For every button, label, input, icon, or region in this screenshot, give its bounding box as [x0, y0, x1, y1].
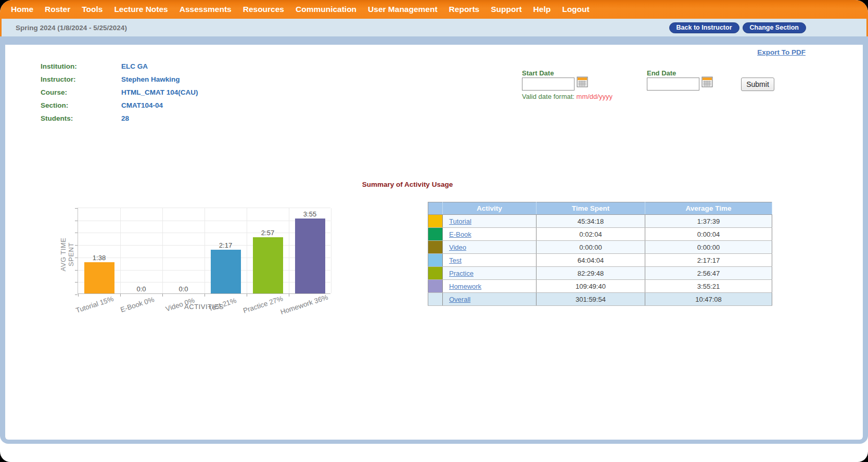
cell-activity: Tutorial [443, 215, 537, 228]
swatch-column-header [428, 202, 443, 215]
chart-gridline [331, 208, 331, 293]
chart-y-tick [75, 258, 78, 258]
start-date-input[interactable] [522, 78, 575, 91]
color-swatch [428, 241, 442, 253]
cell-average-time: 0:00:00 [645, 241, 772, 254]
column-header-average-time: Average Time [645, 202, 772, 215]
info-value-section: CMAT104-04 [121, 101, 198, 109]
export-to-pdf-link[interactable]: Export To PDF [757, 48, 806, 56]
chart-y-tick [75, 282, 78, 283]
cell-average-time: 2:56:47 [645, 267, 772, 280]
table-row: Tutorial45:34:181:37:39 [428, 215, 772, 228]
chart-gridline [247, 208, 247, 293]
cell-activity: Video [443, 241, 537, 254]
cell-time-spent: 301:59:54 [537, 293, 645, 306]
chart-x-tick [78, 294, 79, 297]
info-value-institution: ELC GA [121, 62, 198, 70]
info-value-students: 28 [121, 114, 198, 122]
color-swatch [428, 228, 442, 240]
activity-link-e-book[interactable]: E-Book [449, 230, 471, 238]
activity-link-video[interactable]: Video [449, 243, 466, 251]
info-label-students: Students: [41, 114, 121, 122]
cell-average-time: 2:17:17 [645, 254, 772, 267]
chart-x-tick [120, 294, 121, 297]
cell-time-spent: 64:04:04 [537, 254, 645, 267]
chart-y-tick [75, 221, 78, 221]
category-label-homework: Homework 36% [279, 293, 328, 316]
end-date-input[interactable] [647, 78, 699, 91]
legend-swatch-video [428, 241, 443, 254]
nav-item-communication[interactable]: Communication [290, 5, 362, 14]
legend-swatch-practice [428, 267, 443, 280]
chart-x-tick [247, 294, 247, 297]
chart-gridline [120, 208, 121, 293]
nav-item-home[interactable]: Home [5, 5, 39, 14]
bar-practice [253, 237, 283, 293]
legend-swatch-tutorial [428, 215, 443, 228]
nav-item-tools[interactable]: Tools [76, 5, 108, 14]
legend-swatch-empty [428, 293, 443, 306]
activity-summary-table: ActivityTime SpentAverage Time Tutorial4… [428, 202, 772, 306]
nav-item-reports[interactable]: Reports [443, 5, 486, 14]
nav-item-help[interactable]: Help [528, 5, 557, 14]
nav-item-assessments[interactable]: Assessments [174, 5, 237, 14]
legend-swatch-e-book [428, 228, 443, 241]
nav-item-lecture-notes[interactable]: Lecture Notes [108, 5, 173, 14]
chart-y-axis-label: AVG TIME SPENT [59, 226, 75, 283]
bar-value-label: 0:0 [136, 285, 146, 293]
table-row: Test64:04:042:17:17 [428, 254, 772, 267]
activity-link-tutorial[interactable]: Tutorial [449, 217, 471, 225]
info-value-instructor: Stephen Hawking [121, 75, 198, 83]
table-row-overall: Overall301:59:5410:47:08 [428, 293, 772, 306]
bar-value-label: 1:38 [93, 254, 106, 262]
activity-link-test[interactable]: Test [449, 256, 462, 264]
cell-activity: Homework [443, 280, 537, 293]
content-frame: Export To PDF Institution:ELC GAInstruct… [0, 36, 868, 444]
chart-gridline [162, 208, 163, 293]
nav-item-user-management[interactable]: User Management [362, 5, 443, 14]
info-label-course: Course: [41, 88, 121, 96]
bar-test [211, 250, 241, 293]
nav-item-logout[interactable]: Logout [556, 5, 595, 14]
table-row: Homework109:49:403:55:21 [428, 280, 772, 293]
submit-button[interactable]: Submit [741, 78, 774, 91]
column-header-time-spent: Time Spent [537, 202, 645, 215]
nav-item-support[interactable]: Support [485, 5, 527, 14]
activity-link-homework[interactable]: Homework [449, 283, 481, 290]
chart-y-tick [75, 270, 78, 271]
content-panel: Export To PDF Institution:ELC GAInstruct… [5, 45, 863, 440]
cell-time-spent: 45:34:18 [537, 215, 645, 228]
table-row: Video0:00:000:00:00 [428, 241, 772, 254]
change-section-button[interactable]: Change Section [743, 22, 806, 33]
category-label-tutorial: Tutorial 15% [74, 295, 114, 315]
chart-gridline [289, 208, 289, 293]
cell-average-time: 0:00:04 [645, 228, 772, 241]
date-format-hint-label: Valid date format: [522, 93, 575, 100]
legend-swatch-homework [428, 280, 443, 293]
end-date-calendar-icon[interactable] [701, 76, 713, 87]
chart-x-tick [289, 294, 289, 297]
bar-value-label: 0:0 [178, 285, 188, 293]
chart-x-tick [162, 294, 163, 297]
nav-item-resources[interactable]: Resources [237, 5, 290, 14]
date-format-hint: Valid date format: mm/dd/yyyy [522, 93, 612, 100]
color-swatch [428, 215, 442, 227]
season-bar: Spring 2024 (1/8/2024 - 5/25/2024) Back … [0, 19, 868, 36]
back-to-instructor-button[interactable]: Back to Instructor [669, 22, 739, 33]
nav-item-roster[interactable]: Roster [39, 5, 76, 14]
color-swatch [428, 254, 442, 266]
bar-tutorial [84, 262, 114, 293]
chart-y-tick [75, 233, 78, 233]
info-label-instructor: Instructor: [41, 75, 121, 83]
chart-y-tick [75, 294, 78, 295]
legend-swatch-test [428, 254, 443, 267]
chart-y-tick [75, 208, 78, 209]
column-header-activity: Activity [443, 202, 537, 215]
start-date-calendar-icon[interactable] [577, 76, 588, 87]
activity-link-practice[interactable]: Practice [449, 270, 474, 277]
chart-y-tick [75, 245, 78, 246]
activity-link-overall[interactable]: Overall [449, 296, 470, 303]
cell-average-time: 10:47:08 [645, 293, 772, 306]
cell-time-spent: 0:00:00 [537, 241, 645, 254]
bar-value-label: 2:57 [261, 229, 274, 237]
